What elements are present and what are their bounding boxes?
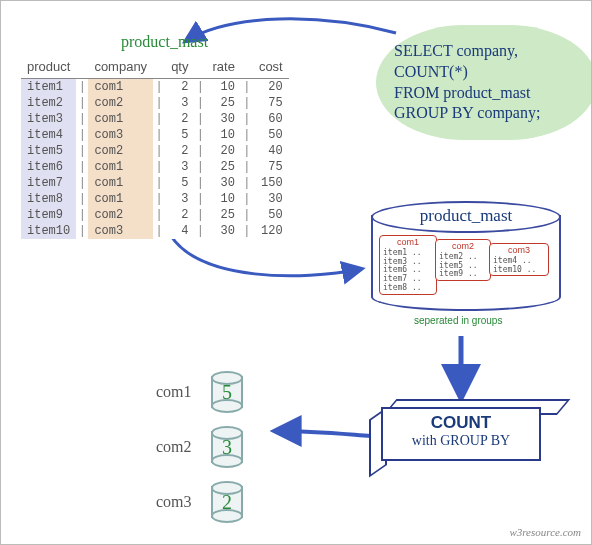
table-row: item7|com1|5|30|150 xyxy=(21,175,289,191)
table-row: item8|com1|3|10|30 xyxy=(21,191,289,207)
sql-statement: SELECT company, COUNT(*) FROM product_ma… xyxy=(376,25,592,140)
sql-line: COUNT(*) xyxy=(394,62,579,83)
table-header-row: product company qty rate cost xyxy=(21,55,289,79)
table-row: item3|com1|2|30|60 xyxy=(21,111,289,127)
diagram-root: product_mast product company qty rate co… xyxy=(0,0,592,545)
col-company: company xyxy=(88,55,153,79)
grouped-cylinder: product_mast com1item1 ..item3 ..item6 .… xyxy=(371,201,561,311)
count-title: COUNT xyxy=(383,413,539,433)
table-row: item6|com1|3|25|75 xyxy=(21,159,289,175)
table-row: item4|com3|5|10|50 xyxy=(21,127,289,143)
col-rate: rate xyxy=(206,55,240,79)
source-table-title: product_mast xyxy=(121,33,208,51)
table-row: item1|com1|2|10|20 xyxy=(21,79,289,96)
result-label-com1: com1 xyxy=(156,383,192,401)
col-product: product xyxy=(21,55,76,79)
group-com1: com1item1 ..item3 ..item6 ..item7 ..item… xyxy=(379,235,437,295)
col-cost: cost xyxy=(253,55,289,79)
attribution: w3resource.com xyxy=(509,526,581,538)
result-cyl-com1: 5 xyxy=(211,371,243,413)
result-cyl-com3: 2 xyxy=(211,481,243,523)
table-row: item5|com2|2|20|40 xyxy=(21,143,289,159)
sql-line: FROM product_mast xyxy=(394,83,579,104)
group-com2: com2item2 ..item5 ..item9 .. xyxy=(435,239,491,281)
table-row: item9|com2|2|25|50 xyxy=(21,207,289,223)
count-operator-box: COUNT with GROUP BY xyxy=(371,399,541,461)
source-table: product company qty rate cost item1|com1… xyxy=(21,55,289,239)
group-com3: com3item4 ..item10 .. xyxy=(489,243,549,276)
result-label-com2: com2 xyxy=(156,438,192,456)
groups-caption: seperated in groups xyxy=(414,315,502,326)
result-cyl-com2: 3 xyxy=(211,426,243,468)
sql-line: GROUP BY company; xyxy=(394,103,579,124)
sql-line: SELECT company, xyxy=(394,41,579,62)
col-qty: qty xyxy=(165,55,194,79)
result-label-com3: com3 xyxy=(156,493,192,511)
count-subtitle: with GROUP BY xyxy=(383,433,539,449)
table-row: item10|com3|4|30|120 xyxy=(21,223,289,239)
grouped-cylinder-title: product_mast xyxy=(371,201,561,233)
table-row: item2|com2|3|25|75 xyxy=(21,95,289,111)
